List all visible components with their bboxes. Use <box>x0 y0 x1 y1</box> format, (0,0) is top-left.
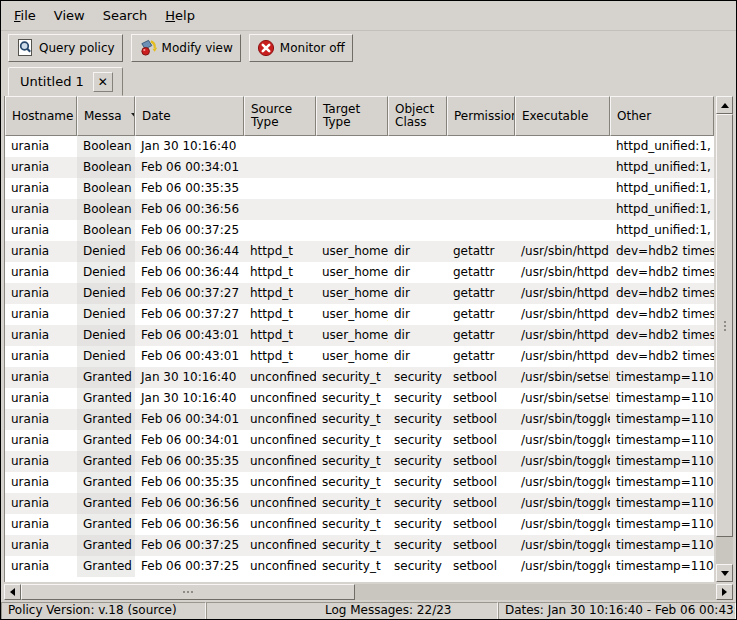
cell-source-type: unconfined_ <box>244 556 316 577</box>
cell-other: httpd_unified:1, h <box>610 199 714 220</box>
cell-object-class: dir <box>388 262 447 283</box>
table-row[interactable]: urania Granted Feb 06 00:34:01 unconfine… <box>5 409 714 430</box>
cell-permission: getattr <box>447 262 515 283</box>
tab-close-button[interactable]: ✕ <box>93 72 113 92</box>
cell-date: Feb 06 00:37:25 <box>135 535 244 556</box>
cell-message: Granted <box>77 556 135 577</box>
cell-other: timestamp=11076 <box>610 409 714 430</box>
table-row[interactable]: urania Granted Feb 06 00:37:25 unconfine… <box>5 535 714 556</box>
table-row[interactable]: urania Granted Jan 30 10:16:40 unconfine… <box>5 388 714 409</box>
vertical-scrollbar-thumb[interactable] <box>716 114 733 537</box>
column-label: Messa <box>84 110 122 123</box>
cell-message: Granted <box>77 535 135 556</box>
table-row[interactable]: urania Denied Feb 06 00:37:27 httpd_t us… <box>5 304 714 325</box>
scroll-left-button[interactable] <box>4 584 21 600</box>
modify-view-button[interactable]: Modify view <box>131 34 241 62</box>
cell-permission: setbool <box>447 556 515 577</box>
cell-object-class <box>388 178 447 199</box>
cell-message: Boolean <box>77 157 135 178</box>
column-header-message[interactable]: Messa <box>77 96 135 136</box>
cell-source-type <box>244 136 316 157</box>
cell-target-type: security_t <box>316 493 388 514</box>
column-header-source-type[interactable]: Source Type <box>244 96 316 136</box>
scroll-right-button[interactable] <box>716 584 733 600</box>
cell-object-class <box>388 199 447 220</box>
table-row[interactable]: urania Boolean Feb 06 00:37:25 httpd_uni… <box>5 220 714 241</box>
menu-file[interactable]: File <box>5 5 45 26</box>
cell-executable: /usr/sbin/toggle <box>515 472 610 493</box>
cell-executable: /usr/sbin/toggle <box>515 556 610 577</box>
document-magnifier-icon <box>16 38 35 57</box>
cell-date: Feb 06 00:36:56 <box>135 199 244 220</box>
vertical-scrollbar-track[interactable] <box>716 537 733 564</box>
column-header-target-type[interactable]: Target Type <box>316 96 388 136</box>
table-row[interactable]: urania Granted Feb 06 00:36:56 unconfine… <box>5 493 714 514</box>
table-row[interactable]: urania Boolean Feb 06 00:34:01 httpd_uni… <box>5 157 714 178</box>
horizontal-scrollbar-track[interactable] <box>355 584 716 600</box>
log-table: Hostname Messa Date Source Type Target T… <box>4 96 714 582</box>
table-row[interactable]: urania Granted Feb 06 00:35:35 unconfine… <box>5 451 714 472</box>
column-header-other[interactable]: Other <box>610 96 714 136</box>
table-row[interactable]: urania Granted Feb 06 00:37:25 unconfine… <box>5 556 714 577</box>
table-row[interactable]: urania Denied Feb 06 00:36:44 httpd_t us… <box>5 262 714 283</box>
cell-message: Granted <box>77 451 135 472</box>
column-header-executable[interactable]: Executable <box>515 96 610 136</box>
cell-target-type: security_t <box>316 367 388 388</box>
scroll-down-button[interactable] <box>716 564 733 582</box>
cell-target-type <box>316 178 388 199</box>
cell-other: timestamp=11076 <box>610 493 714 514</box>
cell-source-type: unconfined_ <box>244 472 316 493</box>
cell-hostname: urania <box>5 472 77 493</box>
cell-source-type: unconfined_ <box>244 430 316 451</box>
column-header-date[interactable]: Date <box>135 96 244 136</box>
seaudit-window: File View Search Help Query policy <box>0 0 737 620</box>
cell-object-class <box>388 220 447 241</box>
cell-hostname: urania <box>5 430 77 451</box>
cell-other: timestamp=11076 <box>610 451 714 472</box>
vertical-scrollbar[interactable] <box>716 96 733 582</box>
table-row[interactable]: urania Boolean Feb 06 00:35:35 httpd_uni… <box>5 178 714 199</box>
cell-permission: setbool <box>447 535 515 556</box>
menu-help[interactable]: Help <box>156 5 204 26</box>
horizontal-scrollbar[interactable] <box>4 584 733 600</box>
close-icon: ✕ <box>98 75 108 89</box>
table-row[interactable]: urania Denied Feb 06 00:37:27 httpd_t us… <box>5 283 714 304</box>
cell-target-type: security_t <box>316 535 388 556</box>
horizontal-scrollbar-thumb[interactable] <box>21 584 355 600</box>
menu-search[interactable]: Search <box>94 5 157 26</box>
table-row[interactable]: urania Granted Jan 30 10:16:40 unconfine… <box>5 367 714 388</box>
cell-message: Denied <box>77 262 135 283</box>
table-row[interactable]: urania Denied Feb 06 00:36:44 httpd_t us… <box>5 241 714 262</box>
cell-target-type: security_t <box>316 472 388 493</box>
modify-view-icon <box>139 38 158 57</box>
column-header-hostname[interactable]: Hostname <box>5 96 77 136</box>
column-header-permission[interactable]: Permission <box>447 96 515 136</box>
cell-target-type: security_t <box>316 556 388 577</box>
cell-hostname: urania <box>5 136 77 157</box>
table-row[interactable]: urania Granted Feb 06 00:35:35 unconfine… <box>5 472 714 493</box>
table-row[interactable]: urania Granted Feb 06 00:34:01 unconfine… <box>5 430 714 451</box>
tab-untitled-1[interactable]: Untitled 1 ✕ <box>8 67 123 96</box>
table-row[interactable]: urania Boolean Jan 30 10:16:40 httpd_uni… <box>5 136 714 157</box>
cell-source-type: httpd_t <box>244 283 316 304</box>
cell-source-type: httpd_t <box>244 262 316 283</box>
monitor-off-button[interactable]: Monitor off <box>249 34 353 62</box>
cell-object-class: security <box>388 535 447 556</box>
cell-other: dev=hdb2 timesta <box>610 262 714 283</box>
table-row[interactable]: urania Boolean Feb 06 00:36:56 httpd_uni… <box>5 199 714 220</box>
cell-date: Feb 06 00:37:25 <box>135 556 244 577</box>
table-row[interactable]: urania Denied Feb 06 00:43:01 httpd_t us… <box>5 346 714 367</box>
cell-executable: /usr/sbin/httpd <box>515 304 610 325</box>
cell-target-type: user_home_ <box>316 262 388 283</box>
menu-view[interactable]: View <box>45 5 94 26</box>
cell-message: Granted <box>77 388 135 409</box>
cell-target-type <box>316 220 388 241</box>
query-policy-button[interactable]: Query policy <box>8 34 123 62</box>
column-header-object-class[interactable]: Object Class <box>388 96 447 136</box>
scroll-up-button[interactable] <box>716 96 733 114</box>
table-row[interactable]: urania Denied Feb 06 00:43:01 httpd_t us… <box>5 325 714 346</box>
cell-object-class: security <box>388 514 447 535</box>
cell-hostname: urania <box>5 241 77 262</box>
table-row[interactable]: urania Granted Feb 06 00:36:56 unconfine… <box>5 514 714 535</box>
cell-other: dev=hdb2 timesta <box>610 304 714 325</box>
